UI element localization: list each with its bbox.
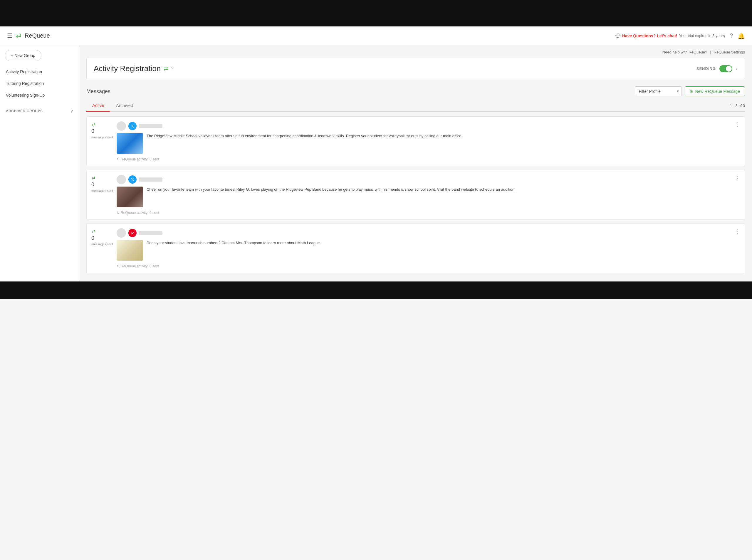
avatar-1 — [117, 121, 126, 131]
more-options-icon-3[interactable]: ⋮ — [735, 228, 740, 235]
name-bar-2 — [139, 178, 162, 182]
tabs-row: Active Archived 1 - 3 of 0 — [86, 100, 745, 112]
more-options-icon-2[interactable]: ⋮ — [735, 175, 740, 181]
message-content-3: P Does your student love to crunch numbe… — [117, 228, 740, 268]
name-bar-3 — [139, 231, 162, 235]
message-content-1: 𝕏 The RidgeView Middle School volleyball… — [117, 121, 740, 161]
toggle-knob — [726, 66, 732, 72]
main-content: Need help with ReQueue? | ReQueue Settin… — [79, 45, 752, 281]
settings-link[interactable]: ReQueue Settings — [714, 50, 745, 54]
group-help-icon[interactable]: ? — [171, 66, 174, 72]
top-links-bar: Need help with ReQueue? | ReQueue Settin… — [86, 50, 745, 54]
shuffle-icon: ⇄ — [164, 65, 168, 72]
notification-icon[interactable]: 🔔 — [738, 32, 745, 39]
tab-active[interactable]: Active — [86, 100, 110, 112]
sidebar-item-volunteering-signup[interactable]: Volunteering Sign-Up — [0, 89, 79, 101]
stat-label-3: messages sent — [92, 242, 113, 246]
requeue-activity-2: ↻ ReQueue activity: 0 sent — [117, 211, 740, 215]
twitter-badge-1: 𝕏 — [128, 122, 137, 130]
twitter-badge-2: 𝕏 — [128, 175, 137, 184]
help-link[interactable]: Need help with ReQueue? — [663, 50, 707, 54]
message-card-3: ⇄ 0 messages sent P Does your student lo… — [86, 223, 745, 273]
filter-profile-wrapper: Filter Profile ▼ — [635, 86, 682, 96]
message-content-2: 𝕏 Cheer on your favorite team with your … — [117, 175, 740, 215]
chat-link[interactable]: Have Questions? Let's chat! — [622, 34, 677, 38]
sidebar: + New Group Activity Registration Tutori… — [0, 45, 79, 281]
recycle-icon-2: ↻ — [117, 211, 120, 215]
sidebar-item-activity-registration[interactable]: Activity Registration — [0, 66, 79, 78]
requeue-activity-3: ↻ ReQueue activity: 0 sent — [117, 264, 740, 268]
recycle-icon-1: ↻ — [117, 157, 120, 161]
stat-count-3: 0 — [92, 235, 94, 241]
message-tabs: Active Archived — [86, 100, 139, 111]
message-text-3: Does your student love to crunch numbers… — [147, 240, 740, 246]
message-stats-3: ⇄ 0 messages sent — [92, 228, 113, 246]
chevron-down-icon: ∨ — [70, 109, 73, 114]
trial-text: Your trial expires in 5 years — [679, 34, 725, 38]
logo-icon: ⇄ — [16, 32, 21, 40]
recycle-icon-3: ↻ — [117, 264, 120, 268]
message-text-1: The RidgeView Middle School volleyball t… — [147, 133, 740, 139]
stat-label-1: messages sent — [92, 136, 113, 139]
hamburger-icon[interactable]: ☰ — [7, 32, 12, 39]
avatar-3 — [117, 228, 126, 238]
message-image-1 — [117, 133, 143, 154]
avatar-2 — [117, 175, 126, 184]
message-image-2 — [117, 186, 143, 207]
shuffle-icon-2: ⇄ — [92, 175, 95, 180]
message-stats-1: ⇄ 0 messages sent — [92, 121, 113, 139]
message-image-3 — [117, 240, 143, 261]
pinterest-badge-3: P — [128, 229, 137, 237]
filter-profile-select[interactable]: Filter Profile — [635, 86, 682, 96]
tab-archived[interactable]: Archived — [110, 100, 139, 112]
plus-circle-icon: ⊕ — [690, 89, 693, 94]
message-text-2: Cheer on your favorite team with your fa… — [147, 186, 740, 193]
app-header: ☰ ⇄ ReQueue 💬 Have Questions? Let's chat… — [0, 26, 752, 45]
message-card-2: ⇄ 0 messages sent 𝕏 Cheer on your favori… — [86, 170, 745, 220]
sending-toggle[interactable] — [719, 65, 732, 72]
separator: | — [710, 50, 711, 54]
chat-bubble-icon: 💬 — [615, 34, 621, 38]
pagination-text: 1 - 3 of 0 — [730, 103, 745, 108]
shuffle-icon-3: ⇄ — [92, 228, 95, 234]
name-bar-1 — [139, 124, 162, 128]
sending-label: SENDING — [696, 66, 716, 71]
help-icon[interactable]: ? — [730, 32, 733, 39]
archived-groups-section[interactable]: ARCHIVED GROUPS ∨ — [0, 106, 79, 116]
new-message-label: New ReQueue Message — [695, 89, 740, 94]
stat-count-1: 0 — [92, 128, 94, 134]
shuffle-icon-1: ⇄ — [92, 121, 95, 127]
message-stats-2: ⇄ 0 messages sent — [92, 175, 113, 193]
stat-label-2: messages sent — [92, 189, 113, 193]
group-header-card: Activity Registration ⇄ ? SENDING › — [86, 58, 745, 79]
messages-header: Messages Filter Profile ▼ ⊕ New ReQueue … — [86, 86, 745, 96]
stat-count-2: 0 — [92, 182, 94, 188]
group-expand-icon[interactable]: › — [736, 65, 738, 72]
more-options-icon-1[interactable]: ⋮ — [735, 121, 740, 128]
archived-groups-label: ARCHIVED GROUPS — [6, 109, 43, 113]
trial-chat-area: 💬 Have Questions? Let's chat! Your trial… — [615, 34, 725, 38]
new-group-button[interactable]: + New Group — [5, 50, 41, 61]
app-title: ReQueue — [25, 32, 50, 39]
sidebar-item-tutoring-registration[interactable]: Tutoring Registration — [0, 78, 79, 89]
message-card: ⇄ 0 messages sent 𝕏 The RidgeView Middle… — [86, 116, 745, 166]
messages-title: Messages — [86, 88, 110, 95]
new-requeue-message-button[interactable]: ⊕ New ReQueue Message — [685, 86, 745, 96]
group-title: Activity Registration — [94, 64, 161, 73]
requeue-activity-1: ↻ ReQueue activity: 0 sent — [117, 157, 740, 161]
